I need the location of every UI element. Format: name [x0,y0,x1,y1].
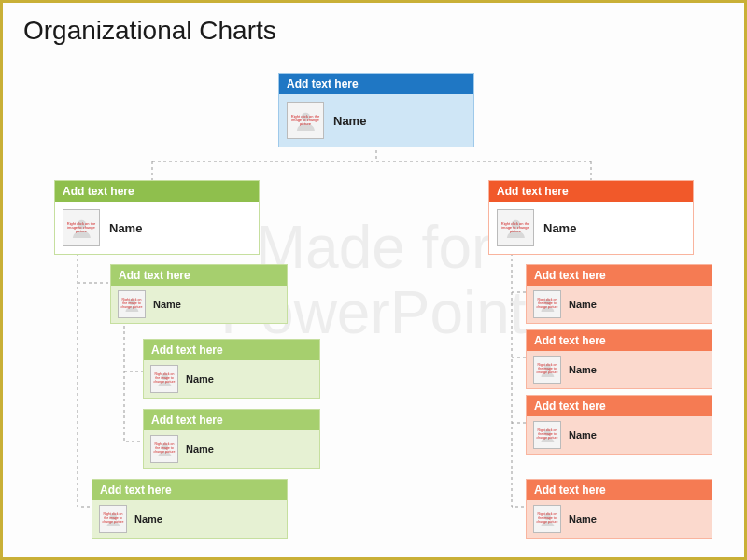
orgnode-name: Name [186,373,214,385]
avatar-placeholder[interactable]: Right click on the image to change pictu… [533,505,561,533]
orgnode-name: Name [153,299,181,310]
avatar-placeholder[interactable]: Right click on the image to change pictu… [533,356,561,384]
orgnode-left-child-1[interactable]: Add text here Right click on the image t… [92,479,288,539]
orgnode-top[interactable]: Add text here Right click on the image t… [278,73,474,147]
orgnode-header: Add text here [111,265,287,286]
orgnode-right-child-0[interactable]: Add text here Right click on the image t… [526,264,712,324]
orgnode-header: Add text here [527,480,712,500]
orgnode-header: Add text here [527,396,712,416]
avatar-placeholder[interactable]: Right click on the image to change pictu… [99,505,127,533]
avatar-placeholder[interactable]: Right click on the image to change pictu… [287,102,324,139]
orgnode-header: Add text here [527,330,712,351]
orgnode-left-grandchild-0[interactable]: Add text here Right click on the image t… [143,339,320,399]
avatar-placeholder[interactable]: Right click on the image to change pictu… [533,421,561,449]
orgnode-name: Name [186,443,214,455]
orgnode-right-child-3[interactable]: Add text here Right click on the image t… [526,479,712,539]
avatar-placeholder[interactable]: Right click on the image to change pictu… [533,290,561,318]
avatar-placeholder[interactable]: Right click on the image to change pictu… [497,209,534,246]
orgnode-header: Add text here [279,74,473,94]
orgnode-right-child-1[interactable]: Add text here Right click on the image t… [526,329,712,389]
orgnode-name: Name [569,299,597,310]
orgnode-header: Add text here [527,265,712,286]
page-title: Organizational Charts [23,16,276,46]
orgnode-header: Add text here [489,181,693,202]
orgnode-left-child-0[interactable]: Add text here Right click on the image t… [110,264,288,324]
orgnode-name: Name [543,221,576,235]
orgnode-right-child-2[interactable]: Add text here Right click on the image t… [526,395,712,455]
orgnode-right[interactable]: Add text here Right click on the image t… [488,180,694,255]
orgnode-left[interactable]: Add text here Right click on the image t… [54,180,260,255]
orgnode-name: Name [569,364,597,375]
orgnode-header: Add text here [144,340,319,360]
orgnode-name: Name [333,114,366,128]
orgnode-name: Name [109,221,142,235]
avatar-placeholder[interactable]: Right click on the image to change pictu… [118,290,146,318]
orgnode-header: Add text here [55,181,259,202]
orgnode-name: Name [569,513,597,525]
avatar-placeholder[interactable]: Right click on the image to change pictu… [150,365,178,393]
orgnode-name: Name [134,513,162,525]
orgnode-header: Add text here [92,480,287,500]
avatar-placeholder[interactable]: Right click on the image to change pictu… [150,435,178,463]
orgnode-header: Add text here [144,410,319,430]
slide-frame: Organizational Charts Made forPowerPoint… [0,0,747,560]
avatar-placeholder[interactable]: Right click on the image to change pictu… [63,209,100,246]
orgnode-name: Name [569,429,597,441]
orgnode-left-grandchild-1[interactable]: Add text here Right click on the image t… [143,409,320,469]
